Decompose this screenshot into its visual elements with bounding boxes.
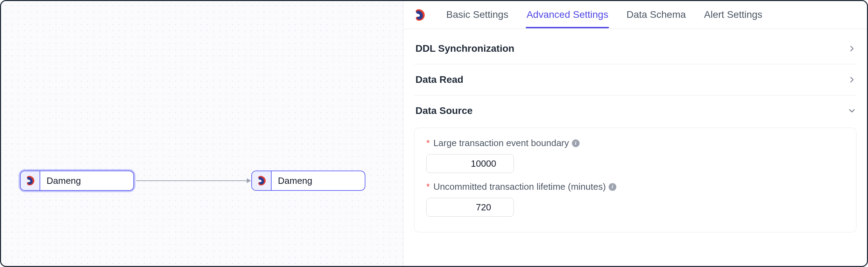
pipeline-edge [136, 180, 250, 181]
field-uncommitted-lifetime: * Uncommitted transaction lifetime (minu… [426, 181, 844, 217]
section-ddl-sync[interactable]: DDL Synchronization [414, 33, 856, 64]
large-transaction-input[interactable] [427, 154, 514, 173]
tab-alert-settings[interactable]: Alert Settings [704, 2, 763, 28]
section-data-source-body: * Large transaction event boundary i [414, 128, 856, 232]
section-title: Data Read [415, 74, 463, 85]
uncommitted-lifetime-input-wrapper [426, 198, 514, 217]
chevron-right-icon [849, 45, 855, 52]
required-marker: * [426, 138, 430, 149]
chevron-right-icon [849, 77, 855, 83]
uncommitted-lifetime-input[interactable] [427, 198, 514, 216]
label-text: Large transaction event boundary [433, 138, 569, 149]
pipeline-canvas[interactable]: Dameng Dameng [1, 1, 404, 266]
section-title: Data Source [415, 105, 472, 116]
tab-advanced-settings[interactable]: Advanced Settings [526, 2, 609, 28]
info-icon[interactable]: i [609, 183, 616, 191]
section-title: DDL Synchronization [415, 43, 514, 54]
label-text: Uncommitted transaction lifetime (minute… [433, 181, 606, 192]
brand-icon [412, 7, 427, 23]
chevron-down-icon [849, 108, 855, 114]
node-label: Dameng [272, 175, 320, 186]
sections-container: DDL Synchronization Data Read Data Sourc… [404, 29, 867, 232]
tabs-bar: Basic Settings Advanced Settings Data Sc… [404, 1, 867, 29]
settings-panel: Basic Settings Advanced Settings Data Sc… [404, 1, 867, 266]
dameng-icon [252, 171, 272, 190]
tab-basic-settings[interactable]: Basic Settings [446, 2, 509, 28]
node-label: Dameng [40, 175, 89, 186]
pipeline-node-target[interactable]: Dameng [251, 171, 365, 191]
info-icon[interactable]: i [572, 139, 580, 147]
dameng-icon [21, 171, 40, 190]
required-marker: * [426, 181, 430, 192]
field-label: * Large transaction event boundary i [426, 138, 844, 149]
large-transaction-input-wrapper [426, 154, 514, 173]
section-data-source[interactable]: Data Source [414, 95, 856, 126]
tab-data-schema[interactable]: Data Schema [626, 2, 687, 28]
app-root: Dameng Dameng Basic Settings Advanced [0, 0, 868, 267]
field-label: * Uncommitted transaction lifetime (minu… [426, 181, 844, 192]
field-large-transaction: * Large transaction event boundary i [426, 138, 844, 173]
section-data-read[interactable]: Data Read [414, 64, 856, 95]
pipeline-node-source[interactable]: Dameng [20, 171, 134, 191]
